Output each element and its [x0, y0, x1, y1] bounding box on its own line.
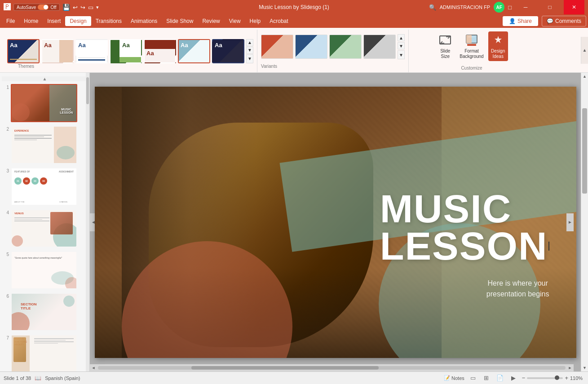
zoom-controls: − + 110% [522, 375, 584, 381]
menu-acrobat[interactable]: Acrobat [265, 16, 292, 26]
search-icon[interactable]: 🔍 [429, 4, 436, 11]
theme-item-7[interactable]: Aa [212, 39, 244, 63]
slide-thumb-3[interactable]: 3 FEATURES OF ASSIGNMENT 01 02 03 04 ABO… [2, 167, 88, 207]
comments-icon: 💬 [547, 18, 553, 24]
slide-thumb-7[interactable]: 7 WHAT ISTHIS TOPICABOUT? [2, 334, 88, 371]
panel-scroll-up[interactable]: ▲ [2, 76, 88, 81]
gallery-down-arrow[interactable]: ▼ [246, 47, 253, 54]
variants-up-arrow[interactable]: ▲ [398, 34, 405, 41]
share-button[interactable]: 👤 Share [503, 16, 538, 26]
zoom-in-button[interactable]: + [565, 375, 568, 381]
slide-number-3: 3 [3, 168, 9, 173]
text-cursor [548, 242, 549, 251]
menu-slideshow[interactable]: Slide Show [162, 16, 198, 26]
themes-label: Themes [18, 62, 34, 71]
hscroll-thumb[interactable] [191, 366, 378, 370]
canvas-scroll-right[interactable]: ► [566, 213, 574, 231]
slide-thumb-1[interactable]: 1 MUSICLESSON [2, 83, 88, 123]
panel-scroll-thumb[interactable] [86, 77, 89, 104]
slide-canvas[interactable]: MUSIC LESSON Here is where yourpresentat… [95, 87, 576, 358]
notes-button[interactable]: 📝 Notes [444, 375, 464, 381]
variant-2[interactable] [295, 35, 327, 59]
autosave-toggle[interactable] [38, 4, 49, 10]
theme-item-6[interactable]: Aa [178, 39, 210, 63]
variants-more-arrow[interactable]: ▼ [398, 50, 405, 59]
minimize-button[interactable]: ─ [515, 0, 536, 14]
menu-view[interactable]: View [225, 16, 245, 26]
slideshow-button[interactable]: ▶ [508, 373, 518, 383]
redo-icon[interactable]: ↪ [80, 4, 85, 11]
slide-thumb-2[interactable]: 2 EXPERIENCE [2, 125, 88, 165]
panel-scrollbar[interactable] [86, 73, 89, 371]
ribbon-variants-section: ▲ ▼ ▼ Variants [257, 30, 409, 72]
powerpoint-icon: 🅿 [4, 3, 11, 11]
slide-title[interactable]: MUSIC LESSON [380, 190, 549, 265]
ribbon-themes-section: Aa Aa Aa Aa A [4, 30, 257, 72]
menu-home[interactable]: Home [19, 16, 43, 26]
variant-3[interactable] [329, 35, 362, 59]
variants-label: Variants [261, 62, 405, 71]
theme-item-3[interactable]: Aa [75, 39, 108, 63]
slide-image-1: MUSICLESSON [11, 84, 77, 122]
save-icon[interactable]: 💾 [62, 4, 70, 11]
horizontal-scrollbar[interactable]: ◄ ► [90, 364, 574, 371]
statusbar: Slide 1 of 38 📖 Spanish (Spain) 📝 Notes … [0, 371, 588, 384]
ribbon-collapse-button[interactable]: ▲ [581, 37, 588, 64]
hscroll-track[interactable] [98, 366, 566, 370]
hscroll-right-arrow[interactable]: ► [566, 364, 574, 371]
autosave-state: Off [50, 5, 56, 10]
gallery-up-arrow[interactable]: ▲ [246, 39, 253, 46]
slide-thumb-6[interactable]: 6 SECTIONTITLE [2, 292, 88, 332]
theme-item-2[interactable]: Aa [41, 39, 74, 63]
menu-animations[interactable]: Animations [126, 16, 162, 26]
comments-button[interactable]: 💬 Comments [542, 16, 586, 26]
design-ideas-button[interactable]: DesignIdeas [488, 31, 508, 61]
slide-thumb-5[interactable]: 5 "Some quote here about something meani… [2, 250, 88, 290]
normal-view-button[interactable]: ▭ [468, 373, 478, 383]
menu-file[interactable]: File [2, 16, 19, 26]
vscroll-track[interactable] [581, 80, 588, 364]
customize-qat-icon[interactable]: ▾ [96, 4, 99, 10]
titlebar: 🅿 AutoSave Off 💾 ↩ ↪ ▭ ▾ Music Lesson by… [0, 0, 588, 14]
zoom-out-button[interactable]: − [522, 375, 526, 381]
menu-help[interactable]: Help [245, 16, 265, 26]
variants-down-arrow[interactable]: ▼ [398, 42, 405, 49]
ribbon-display-icon[interactable]: □ [508, 4, 512, 11]
hscroll-left-arrow[interactable]: ◄ [90, 364, 97, 371]
statusbar-right: 📝 Notes ▭ ⊞ 📄 ▶ − + 110% [444, 373, 584, 383]
undo-icon[interactable]: ↩ [73, 4, 78, 11]
vscroll-down-arrow[interactable]: ▼ [581, 364, 588, 371]
autosave-badge[interactable]: AutoSave Off [13, 4, 60, 11]
slide-thumb-4[interactable]: 4 VENUS [2, 208, 88, 248]
slide-size-icon [438, 33, 452, 48]
close-button[interactable]: ✕ [564, 0, 584, 14]
autosave-label: AutoSave [17, 5, 36, 10]
slide-image-6: SECTIONTITLE [11, 293, 77, 331]
format-background-icon [464, 33, 479, 48]
present-icon[interactable]: ▭ [88, 4, 93, 11]
format-background-button[interactable]: FormatBackground [457, 31, 486, 61]
theme-item-1[interactable]: Aa [7, 39, 40, 63]
menu-transitions[interactable]: Transitions [91, 16, 126, 26]
share-icon: 👤 [509, 18, 516, 24]
slide-image-7: WHAT ISTHIS TOPICABOUT? [11, 335, 77, 371]
variant-1[interactable] [261, 35, 293, 59]
spell-check-icon[interactable]: 📖 [35, 375, 41, 381]
reading-view-button[interactable]: 📄 [495, 373, 505, 383]
slide-size-button[interactable]: SlideSize [435, 31, 455, 61]
menu-design[interactable]: Design [65, 16, 91, 26]
theme-item-5[interactable]: Aa [144, 39, 176, 63]
zoom-slider[interactable] [527, 377, 563, 379]
vscroll-thumb[interactable] [582, 108, 587, 194]
vertical-scrollbar[interactable]: ▲ ▼ [581, 73, 588, 371]
restore-button[interactable]: □ [539, 0, 560, 14]
menu-review[interactable]: Review [198, 16, 224, 26]
slide-sorter-button[interactable]: ⊞ [482, 373, 491, 383]
menu-insert[interactable]: Insert [43, 16, 65, 26]
slide-subtitle[interactable]: Here is where yourpresentation begins [486, 278, 549, 300]
slide-number-6: 6 [3, 293, 9, 299]
theme-item-4[interactable]: Aa [110, 39, 142, 63]
vscroll-up-arrow[interactable]: ▲ [581, 73, 588, 80]
variant-4[interactable] [363, 35, 396, 59]
gallery-more-arrow[interactable]: ▼ [246, 54, 253, 63]
